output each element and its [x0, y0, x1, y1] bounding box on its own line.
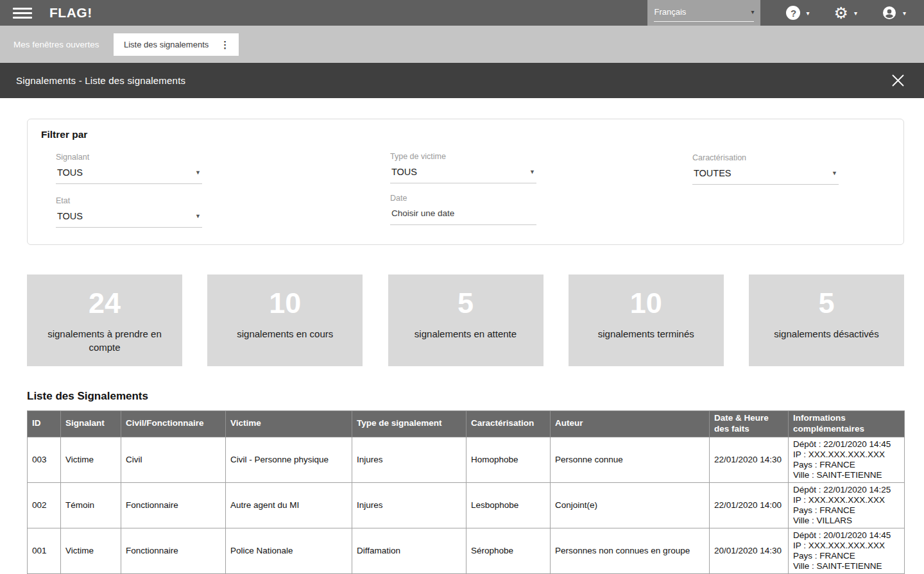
chevron-down-icon: ▾: [751, 8, 754, 15]
chevron-down-icon: ▾: [903, 10, 906, 17]
cell-date: 22/01/2020 14:30: [710, 437, 789, 482]
language-select-control[interactable]: Français ▾: [654, 7, 754, 22]
date-input[interactable]: [390, 207, 536, 225]
stat-label: signalements en cours: [207, 327, 363, 341]
settings-menu-button[interactable]: ⚙ ▾: [834, 5, 857, 21]
filter-field-signalant: Signalant TOUS ▼: [56, 153, 202, 184]
close-icon[interactable]: [891, 74, 905, 87]
kebab-menu-icon[interactable]: ⋮: [218, 39, 232, 51]
col-header-id: ID: [28, 411, 61, 437]
type-victime-value: TOUS: [391, 167, 417, 177]
signalant-value: TOUS: [57, 167, 83, 178]
cell-id: 001: [28, 528, 61, 573]
col-header-informations: Informations complémentaires: [789, 411, 905, 437]
col-header-auteur: Auteur: [551, 411, 710, 437]
stats-row: 24 signalements à prendre en compte 10 s…: [27, 274, 904, 366]
type-victime-select[interactable]: TOUS ▼: [390, 165, 536, 183]
cell-auteur: Conjoint(e): [551, 482, 710, 528]
cell-victime: Autre agent du MI: [226, 482, 352, 528]
cell-date: 22/01/2020 14:00: [710, 482, 789, 528]
cell-id: 003: [28, 437, 61, 482]
cell-victime: Civil - Personne physique: [226, 437, 352, 482]
info-ip: IP : XXX.XXX.XXX.XXX: [793, 495, 900, 505]
stat-value: 10: [569, 287, 724, 320]
chevron-down-icon: ▾: [806, 10, 809, 17]
filter-field-type-victime: Type de victime TOUS ▼: [390, 152, 536, 183]
info-pays: Pays : FRANCE: [793, 551, 900, 561]
col-header-date-heure: Date & Heure des faits: [710, 411, 789, 437]
table-row[interactable]: 001 Victime Fonctionnaire Police Nationa…: [28, 528, 905, 573]
cell-date: 20/01/2020 14:30: [710, 528, 789, 573]
chevron-down-icon: ▼: [832, 170, 837, 176]
col-header-type-signalement: Type de signalement: [352, 411, 466, 437]
stat-card-en-attente: 5 signalements en attente: [388, 274, 543, 366]
tab-liste-des-signalements[interactable]: Liste des signalements ⋮: [114, 33, 239, 56]
stat-label: signalements désactivés: [749, 327, 904, 341]
cell-id: 002: [28, 482, 61, 528]
info-pays: Pays : FRANCE: [793, 460, 900, 470]
signalant-select[interactable]: TOUS ▼: [56, 166, 202, 184]
chevron-down-icon: ▼: [529, 169, 535, 175]
cell-auteur: Personne connue: [551, 437, 710, 482]
info-depot: Dépôt : 22/01/2020 14:45: [793, 439, 900, 450]
language-selector[interactable]: Français ▾: [647, 0, 760, 26]
window-title: Signalements - Liste des signalements: [16, 75, 185, 86]
cell-informations: Dépôt : 22/01/2020 14:25 IP : XXX.XXX.XX…: [789, 482, 905, 528]
stat-card-en-cours: 10 signalements en cours: [207, 274, 363, 366]
gear-icon: ⚙: [834, 5, 848, 21]
info-ville: Ville : SAINT-ETIENNE: [793, 561, 900, 571]
stat-value: 5: [749, 287, 904, 320]
etat-select[interactable]: TOUS ▼: [56, 210, 202, 228]
field-label: Signalant: [56, 153, 202, 162]
cell-type: Injures: [352, 437, 466, 482]
cell-informations: Dépôt : 22/01/2020 14:45 IP : XXX.XXX.XX…: [789, 437, 905, 482]
cell-caracterisation: Lesbophobe: [466, 482, 551, 528]
etat-value: TOUS: [57, 211, 83, 221]
stat-card-a-prendre-en-compte: 24 signalements à prendre en compte: [27, 274, 182, 366]
filter-field-date: Date: [390, 194, 536, 225]
filter-panel-title: Filtrer par: [41, 129, 87, 140]
window-title-bar: Signalements - Liste des signalements: [0, 63, 924, 98]
stat-card-termines: 10 signalements terminés: [569, 274, 724, 366]
cell-informations: Dépôt : 20/01/2020 14:45 IP : XXX.XXX.XX…: [789, 528, 905, 573]
info-depot: Dépôt : 20/01/2020 14:45: [793, 530, 900, 541]
cell-civil: Civil: [121, 437, 226, 482]
caracterisation-select[interactable]: TOUTES ▼: [692, 167, 839, 185]
stat-label: signalements terminés: [569, 327, 724, 341]
cell-civil: Fonctionnaire: [121, 528, 226, 573]
cell-civil: Fonctionnaire: [121, 482, 226, 528]
cell-signalant: Victime: [61, 528, 121, 573]
info-ip: IP : XXX.XXX.XXX.XXX: [793, 541, 900, 551]
table-header-row: ID Signalant Civil/Fonctionnaire Victime…: [28, 411, 905, 437]
menu-icon[interactable]: [13, 5, 32, 21]
col-header-signalant: Signalant: [61, 411, 121, 437]
field-label: Type de victime: [390, 152, 536, 161]
main-content: Filtrer par Signalant TOUS ▼ Etat TOUS ▼…: [0, 98, 924, 574]
stat-card-desactives: 5 signalements désactivés: [749, 274, 904, 366]
account-icon: [882, 5, 897, 21]
app-title: FLAG!: [49, 5, 92, 21]
stat-value: 24: [27, 287, 182, 320]
top-app-bar: FLAG! Français ▾ ? ▾ ⚙ ▾: [0, 0, 924, 26]
language-value: Français: [654, 7, 686, 17]
table-row[interactable]: 002 Témoin Fonctionnaire Autre agent du …: [28, 482, 905, 528]
field-label: Caractérisation: [692, 153, 839, 162]
filter-field-etat: Etat TOUS ▼: [56, 196, 202, 228]
cell-type: Diffamation: [352, 528, 466, 573]
col-header-civil-fonctionnaire: Civil/Fonctionnaire: [121, 411, 226, 437]
help-icon: ?: [786, 6, 800, 20]
table-title: Liste des Signalements: [27, 390, 904, 403]
info-ip: IP : XXX.XXX.XXX.XXX: [793, 450, 900, 460]
stat-label: signalements en attente: [388, 327, 543, 341]
help-menu-button[interactable]: ? ▾: [786, 6, 809, 20]
info-pays: Pays : FRANCE: [793, 505, 900, 516]
filter-panel: Filtrer par Signalant TOUS ▼ Etat TOUS ▼…: [27, 119, 904, 245]
account-menu-button[interactable]: ▾: [882, 5, 906, 21]
table-row[interactable]: 003 Victime Civil Civil - Personne physi…: [28, 437, 905, 482]
cell-signalant: Témoin: [61, 482, 121, 528]
signalements-table: ID Signalant Civil/Fonctionnaire Victime…: [27, 410, 905, 574]
stat-value: 10: [207, 287, 363, 320]
field-label: Etat: [56, 196, 202, 205]
stat-label: signalements à prendre en compte: [27, 327, 182, 354]
chevron-down-icon: ▼: [195, 213, 201, 219]
